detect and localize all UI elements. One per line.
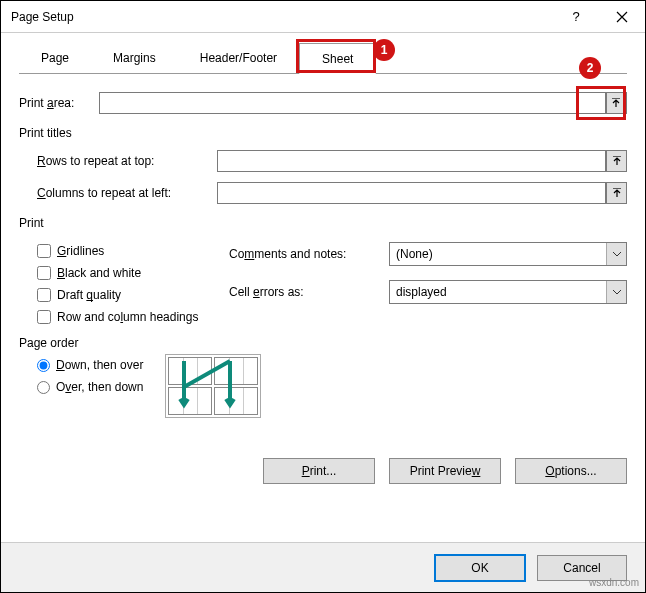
print-titles-group-label: Print titles <box>19 126 627 140</box>
dialog-footer: OK Cancel <box>1 542 645 592</box>
tab-margins[interactable]: Margins <box>91 43 178 73</box>
print-area-label: Print area: <box>19 96 99 110</box>
draft-label: Draft quality <box>57 288 121 302</box>
tab-header-footer[interactable]: Header/Footer <box>178 43 299 73</box>
print-group-label: Print <box>19 216 627 230</box>
bw-checkbox[interactable] <box>37 266 51 280</box>
cols-repeat-label: Columns to repeat at left: <box>37 186 217 200</box>
page-order-group-label: Page order <box>19 336 627 350</box>
rowcolhead-checkbox[interactable] <box>37 310 51 324</box>
comments-dropdown[interactable]: (None) <box>389 242 627 266</box>
down-over-radio[interactable] <box>37 359 50 372</box>
gridlines-label: Gridlines <box>57 244 104 258</box>
cols-repeat-collapse-button[interactable] <box>606 182 627 204</box>
print-area-input[interactable] <box>99 92 606 114</box>
close-button[interactable] <box>599 1 645 33</box>
rows-repeat-input[interactable] <box>217 150 606 172</box>
page-setup-dialog: Page Setup ? Page Margins Header/Footer … <box>0 0 646 593</box>
cellerrors-label: Cell errors as: <box>229 285 389 299</box>
draft-checkbox[interactable] <box>37 288 51 302</box>
chevron-down-icon <box>606 243 626 265</box>
watermark: wsxdn.com <box>589 577 639 588</box>
print-preview-button[interactable]: Print Preview <box>389 458 501 484</box>
tab-page[interactable]: Page <box>19 43 91 73</box>
down-over-label: Down, then over <box>56 358 143 372</box>
ok-button[interactable]: OK <box>435 555 525 581</box>
cols-repeat-input[interactable] <box>217 182 606 204</box>
comments-label: Comments and notes: <box>229 247 389 261</box>
rows-repeat-label: Rows to repeat at top: <box>37 154 217 168</box>
print-area-collapse-button[interactable] <box>606 92 627 114</box>
rows-repeat-collapse-button[interactable] <box>606 150 627 172</box>
help-button[interactable]: ? <box>553 1 599 33</box>
cellerrors-dropdown-value: displayed <box>396 285 447 299</box>
chevron-down-icon <box>606 281 626 303</box>
page-order-diagram <box>165 354 261 418</box>
comments-dropdown-value: (None) <box>396 247 433 261</box>
gridlines-checkbox[interactable] <box>37 244 51 258</box>
rowcolhead-label: Row and column headings <box>57 310 198 324</box>
print-button[interactable]: Print... <box>263 458 375 484</box>
options-button[interactable]: Options... <box>515 458 627 484</box>
tab-sheet[interactable]: Sheet <box>299 43 376 74</box>
window-title: Page Setup <box>11 10 553 24</box>
tab-bar: Page Margins Header/Footer Sheet <box>19 43 627 74</box>
over-down-label: Over, then down <box>56 380 143 394</box>
bw-label: Black and white <box>57 266 141 280</box>
titlebar: Page Setup ? <box>1 1 645 33</box>
over-down-radio[interactable] <box>37 381 50 394</box>
cellerrors-dropdown[interactable]: displayed <box>389 280 627 304</box>
